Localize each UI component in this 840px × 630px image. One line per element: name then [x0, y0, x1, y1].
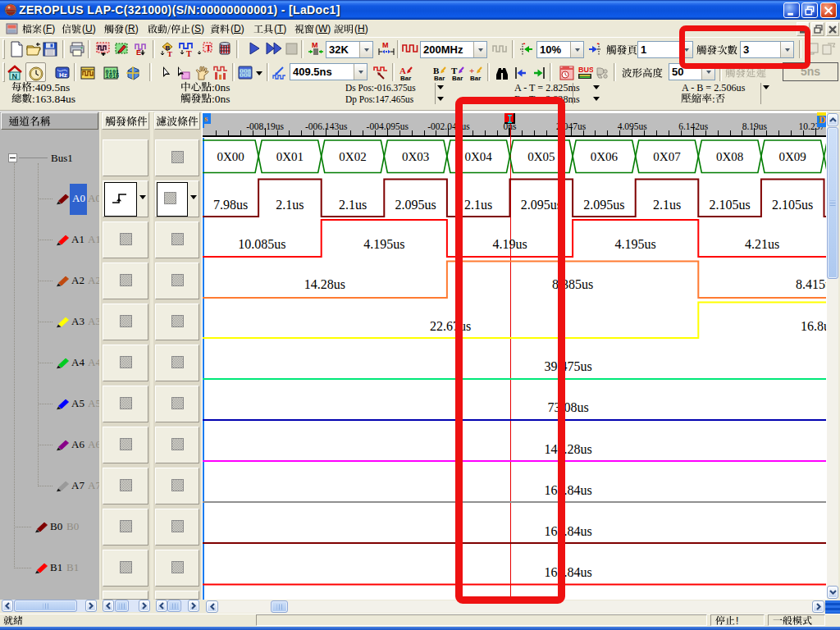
svg-text:0X09: 0X09 — [779, 150, 806, 163]
svg-text:2.095us: 2.095us — [583, 198, 624, 212]
svg-text:0X06: 0X06 — [591, 150, 619, 163]
svg-text:2.1us: 2.1us — [339, 198, 367, 212]
svg-text:0X00: 0X00 — [217, 150, 244, 163]
svg-text:14.28us: 14.28us — [304, 277, 345, 291]
svg-text:2.105us: 2.105us — [709, 198, 750, 212]
svg-text:2.1us: 2.1us — [653, 198, 681, 212]
svg-text:2.105us: 2.105us — [772, 198, 813, 212]
svg-text:0X01: 0X01 — [276, 150, 304, 163]
svg-text:7.98us: 7.98us — [213, 198, 248, 212]
svg-text:2.095us: 2.095us — [395, 198, 436, 212]
svg-text:4.195us: 4.195us — [615, 237, 656, 251]
svg-text:0X03: 0X03 — [402, 150, 429, 163]
svg-text:0X07: 0X07 — [653, 150, 681, 163]
svg-text:10.085us: 10.085us — [238, 237, 285, 251]
svg-text:0X08: 0X08 — [716, 150, 743, 163]
svg-text:0X02: 0X02 — [339, 150, 366, 163]
svg-text:4.195us: 4.195us — [363, 237, 404, 251]
svg-text:2.1us: 2.1us — [276, 198, 304, 212]
svg-text:4.21us: 4.21us — [745, 237, 779, 251]
